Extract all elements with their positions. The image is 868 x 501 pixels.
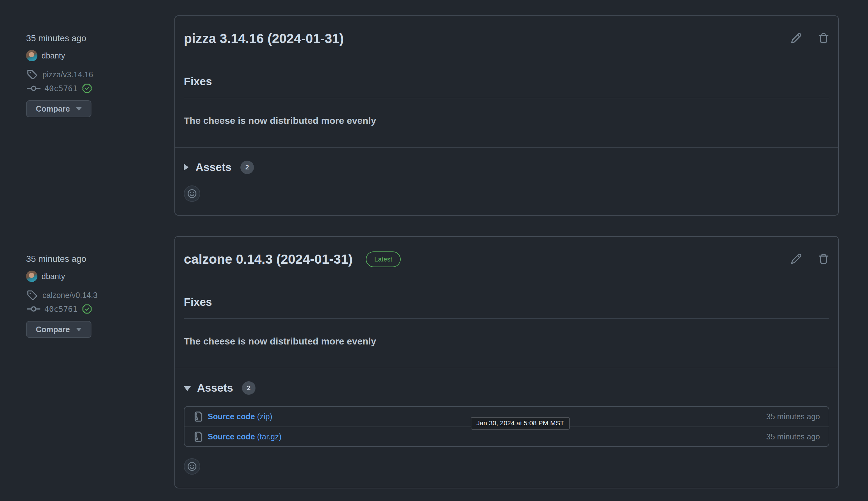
release-notes-heading: Fixes (184, 74, 829, 98)
release-title: pizza 3.14.16 (2024-01-31) (184, 31, 790, 47)
assets-section: Assets 2 (175, 147, 838, 215)
release-card: calzone 0.14.3 (2024-01-31) Latest Fixes… (174, 236, 839, 488)
release-author-link[interactable]: dbanty (26, 270, 65, 282)
pencil-icon (790, 253, 802, 265)
tag-name: pizza/v3.14.16 (42, 70, 93, 79)
release-notes-text: The cheese is now distributed more evenl… (184, 115, 829, 127)
smiley-icon (187, 461, 197, 471)
avatar (26, 270, 37, 282)
compare-button[interactable]: Compare (26, 100, 92, 117)
release-commit: 40c5761 (26, 303, 174, 314)
zip-file-icon (193, 412, 204, 422)
tag-icon (27, 290, 37, 300)
avatar (26, 50, 37, 61)
asset-name: Source code (208, 432, 255, 441)
author-name: dbanty (42, 272, 65, 281)
release-tag: calzone/v0.14.3 (26, 290, 174, 300)
release-pizza: 35 minutes ago dbanty pizza/v3.14.16 40c… (0, 15, 868, 216)
add-reaction-button[interactable] (184, 458, 200, 475)
tag-icon (27, 69, 37, 80)
assets-toggle[interactable]: Assets 2 (184, 160, 254, 174)
asset-suffix: (tar.gz) (255, 432, 281, 441)
compare-label: Compare (36, 104, 70, 114)
edit-release-button[interactable] (790, 253, 802, 265)
assets-label: Assets (195, 160, 232, 174)
asset-timestamp: 35 minutes ago (766, 412, 820, 421)
add-reaction-button[interactable] (184, 185, 200, 202)
releases-page: 35 minutes ago dbanty pizza/v3.14.16 40c… (0, 0, 868, 501)
edit-release-button[interactable] (790, 32, 802, 44)
triangle-right-icon (184, 164, 189, 171)
commit-hash-link[interactable]: 40c5761 (44, 84, 77, 93)
triangle-down-icon (184, 386, 191, 391)
release-timestamp: 35 minutes ago (26, 33, 174, 43)
assets-list: Source code (zip) 35 minutes ago Source … (184, 406, 829, 447)
release-title: calzone 0.14.3 (2024-01-31) (184, 251, 353, 267)
commit-hash-link[interactable]: 40c5761 (44, 305, 77, 314)
pencil-icon (790, 32, 802, 44)
release-actions (790, 32, 829, 44)
release-tag: pizza/v3.14.16 (26, 69, 174, 80)
source-code-zip-link[interactable]: Source code (zip) (193, 412, 272, 422)
chevron-down-icon (76, 328, 82, 331)
assets-toggle[interactable]: Assets 2 (184, 381, 256, 395)
verified-icon[interactable] (82, 83, 93, 94)
asset-timestamp: 35 minutes ago (766, 432, 820, 441)
release-card: pizza 3.14.16 (2024-01-31) Fixes The che… (174, 15, 839, 216)
date-tooltip: Jan 30, 2024 at 5:08 PM MST (471, 417, 570, 430)
release-timestamp: 35 minutes ago (26, 254, 174, 264)
chevron-down-icon (76, 107, 82, 111)
release-author-link[interactable]: dbanty (26, 50, 65, 61)
assets-label: Assets (197, 381, 233, 395)
release-notes-text: The cheese is now distributed more evenl… (184, 335, 829, 347)
delete-release-button[interactable] (818, 32, 829, 44)
smiley-icon (187, 189, 197, 199)
compare-button[interactable]: Compare (26, 321, 92, 338)
author-name: dbanty (42, 51, 65, 60)
delete-release-button[interactable] (818, 253, 829, 265)
trash-icon (818, 253, 829, 265)
release-notes-heading: Fixes (184, 295, 829, 319)
verified-icon[interactable] (82, 303, 93, 314)
tag-name: calzone/v0.14.3 (42, 291, 97, 300)
git-commit-icon (26, 84, 41, 93)
source-code-targz-link[interactable]: Source code (tar.gz) (193, 431, 281, 442)
git-commit-icon (26, 304, 41, 314)
release-sidebar: 35 minutes ago dbanty pizza/v3.14.16 40c… (0, 15, 174, 117)
release-sidebar: 35 minutes ago dbanty calzone/v0.14.3 40… (0, 236, 174, 338)
release-calzone: 35 minutes ago dbanty calzone/v0.14.3 40… (0, 236, 868, 488)
zip-file-icon (193, 431, 204, 442)
assets-section: Assets 2 Source code (zip) 35 minutes ag… (175, 368, 838, 488)
release-actions (790, 253, 829, 265)
release-card-header: calzone 0.14.3 (2024-01-31) Latest Fixes… (175, 237, 838, 368)
latest-release-badge: Latest (366, 252, 401, 267)
release-card-header: pizza 3.14.16 (2024-01-31) Fixes The che… (175, 16, 838, 147)
trash-icon (818, 32, 829, 44)
asset-name: Source code (208, 412, 255, 421)
asset-suffix: (zip) (255, 412, 272, 421)
assets-count-badge: 2 (242, 381, 256, 395)
assets-count-badge: 2 (240, 161, 254, 174)
compare-label: Compare (36, 325, 70, 334)
release-commit: 40c5761 (26, 83, 174, 94)
